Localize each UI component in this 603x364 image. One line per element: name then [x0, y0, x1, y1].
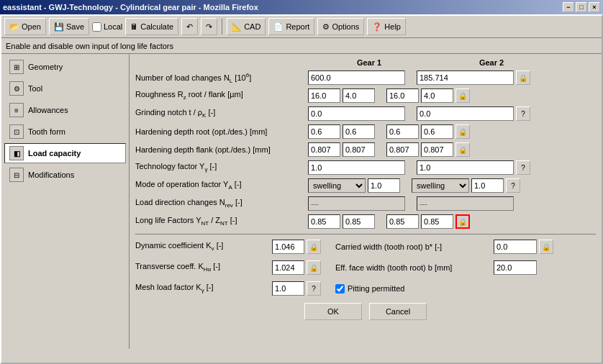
- lock-transverse-coeff[interactable]: 🔒: [307, 260, 321, 275]
- row-pitting: Pitting permitted: [335, 281, 596, 296]
- gear1-long-life-z[interactable]: [343, 214, 375, 229]
- sidebar-label-tool: Tool: [28, 84, 42, 93]
- gear2-mode-select[interactable]: swelling alternating: [412, 178, 469, 193]
- pitting-label: Pitting permitted: [348, 284, 404, 293]
- calc-icon: 🖩: [130, 22, 138, 31]
- inputs-mode-operation: swelling alternating swelling alternatin…: [308, 178, 596, 193]
- main-content: Gear 1 Gear 2 Number of load changes NL …: [130, 54, 602, 349]
- sidebar-item-tool[interactable]: ⚙ Tool: [4, 78, 126, 99]
- input-eff-face-width[interactable]: [494, 260, 537, 275]
- gear1-technology-factor[interactable]: [308, 160, 405, 175]
- row-hardening-flank: Hardening depth flank (opt./des.) [mm] 🔒: [135, 142, 596, 158]
- pitting-checkbox[interactable]: [335, 284, 345, 294]
- input-transverse-coeff[interactable]: [272, 260, 304, 275]
- gear2-header: Gear 2: [430, 58, 553, 67]
- sidebar-item-tooth[interactable]: ⊡ Tooth form: [4, 122, 126, 142]
- gear2-technology-factor[interactable]: [417, 160, 514, 175]
- question-mesh-load[interactable]: ?: [307, 281, 321, 296]
- label-carried-width: Carried width (tooth root) b* [-]: [335, 242, 494, 251]
- label-grinding-notch: Grinding notch t / ρK [-]: [135, 108, 308, 119]
- gear1-grinding-notch[interactable]: [308, 106, 405, 121]
- gear2-hardening-flank-opt[interactable]: [386, 142, 419, 157]
- options-button[interactable]: ⚙ Options: [317, 18, 364, 35]
- minimize-button[interactable]: −: [563, 2, 574, 12]
- label-roughness: Roughness Rz root / flank [µm]: [135, 90, 308, 101]
- report-button[interactable]: 📄 Report: [268, 18, 314, 35]
- folder-icon: 📂: [9, 22, 19, 32]
- label-long-life: Long life Factors YNT / ZNT [-]: [135, 216, 308, 227]
- label-hardening-root: Hardening depth root (opt./des.) [mm]: [135, 127, 308, 136]
- gear2-load-direction: [417, 196, 514, 211]
- gear2-load-changes[interactable]: [417, 70, 514, 85]
- inputs-hardening-root: 🔒: [308, 124, 596, 139]
- gear2-long-life-z[interactable]: [421, 214, 453, 229]
- redo-button[interactable]: ↷: [201, 18, 217, 35]
- lock-dynamic-coeff[interactable]: 🔒: [307, 240, 321, 254]
- gear1-hardening-flank-des[interactable]: [343, 142, 375, 157]
- gear2-hardening-root-des[interactable]: [421, 124, 453, 139]
- sidebar-label-geometry: Geometry: [28, 63, 63, 71]
- row-roughness: Roughness Rz root / flank [µm] 🔒: [135, 88, 596, 104]
- gear1-mode-select[interactable]: swelling alternating: [308, 178, 366, 193]
- gear2-roughness-root[interactable]: [386, 88, 419, 103]
- lock-carried-width[interactable]: 🔒: [539, 240, 553, 254]
- gear1-roughness-root[interactable]: [308, 88, 340, 103]
- gear2-grinding-notch[interactable]: [417, 106, 514, 121]
- gear1-hardening-root-des[interactable]: [343, 124, 375, 139]
- gear1-roughness-flank[interactable]: [343, 88, 375, 103]
- lock-roughness[interactable]: 🔒: [455, 88, 470, 103]
- input-mesh-load[interactable]: [272, 281, 304, 296]
- lock-active-long-life[interactable]: 🔒: [455, 214, 470, 229]
- question-mode-operation[interactable]: ?: [506, 178, 520, 193]
- close-button[interactable]: ×: [589, 2, 600, 12]
- sidebar-item-geometry[interactable]: ⊞ Geometry: [4, 57, 126, 77]
- cancel-button[interactable]: Cancel: [369, 303, 427, 320]
- ok-button[interactable]: OK: [304, 303, 362, 320]
- help-button[interactable]: ❓ Help: [367, 18, 406, 35]
- main-window: 📂 Open 💾 Save Local 🖩 Calculate ↶ ↷ 📐 CA…: [0, 14, 603, 364]
- question-technology-factor[interactable]: ?: [516, 160, 530, 175]
- bottom-right: Carried width (tooth root) b* [-] 🔒 Eff.…: [335, 239, 596, 299]
- calculate-button[interactable]: 🖩 Calculate: [125, 18, 178, 35]
- gear2-hardening-flank-des[interactable]: [421, 142, 453, 157]
- gear1-hardening-flank-opt[interactable]: [308, 142, 340, 157]
- save-button[interactable]: 💾 Save: [49, 18, 89, 35]
- cad-button[interactable]: 📐 CAD: [227, 18, 266, 35]
- input-carried-width[interactable]: [494, 240, 537, 254]
- title-bar-buttons: − □ ×: [563, 2, 600, 12]
- undo-button[interactable]: ↶: [181, 18, 198, 35]
- lock-load-changes[interactable]: 🔒: [516, 70, 530, 85]
- label-load-changes: Number of load changes NL [106]: [135, 72, 308, 84]
- gear1-mode-val[interactable]: [368, 178, 400, 193]
- question-grinding-notch[interactable]: ?: [516, 106, 530, 121]
- bottom-section: Dynamic coefficient Kv [-] 🔒 Transverse …: [135, 239, 596, 299]
- gear1-hardening-root-opt[interactable]: [308, 124, 340, 139]
- open-button[interactable]: 📂 Open: [4, 18, 46, 35]
- gear1-long-life-y[interactable]: [308, 214, 340, 229]
- load-capacity-icon: ◧: [9, 146, 24, 160]
- input-dynamic-coeff[interactable]: [272, 240, 304, 254]
- toolbar: 📂 Open 💾 Save Local 🖩 Calculate ↶ ↷ 📐 CA…: [1, 16, 602, 38]
- row-load-direction: Load direction changes Nrev [-]: [135, 196, 596, 211]
- sidebar: ⊞ Geometry ⚙ Tool ≡ Allowances ⊡ Tooth f…: [1, 54, 130, 349]
- gear2-hardening-root-opt[interactable]: [386, 124, 419, 139]
- geometry-icon: ⊞: [9, 60, 24, 74]
- gear2-roughness-flank[interactable]: [421, 88, 453, 103]
- label-technology-factor: Technology factor Yγ [-]: [135, 162, 308, 173]
- label-mesh-load: Mesh load factor Kγ [-]: [135, 283, 272, 294]
- lock-hardening-flank[interactable]: 🔒: [455, 142, 470, 157]
- lock-hardening-root[interactable]: 🔒: [455, 124, 470, 139]
- gear2-mode-val[interactable]: [471, 178, 504, 193]
- pitting-wrap[interactable]: Pitting permitted: [335, 284, 404, 294]
- local-checkbox[interactable]: [92, 22, 101, 32]
- gear2-long-life-y[interactable]: [386, 214, 419, 229]
- row-carried-width: Carried width (tooth root) b* [-] 🔒: [335, 239, 596, 255]
- sidebar-item-load-capacity[interactable]: ◧ Load capacity: [4, 143, 126, 163]
- maximize-button[interactable]: □: [576, 2, 587, 12]
- inputs-roughness: 🔒: [308, 88, 596, 103]
- sidebar-item-allowances[interactable]: ≡ Allowances: [4, 100, 126, 120]
- status-text: Enable and disable own input of long lif…: [6, 42, 173, 50]
- sidebar-item-modifications[interactable]: ⊟ Modifications: [4, 165, 126, 185]
- local-checkbox-wrap[interactable]: Local: [92, 22, 122, 32]
- gear1-load-changes[interactable]: [308, 70, 405, 85]
